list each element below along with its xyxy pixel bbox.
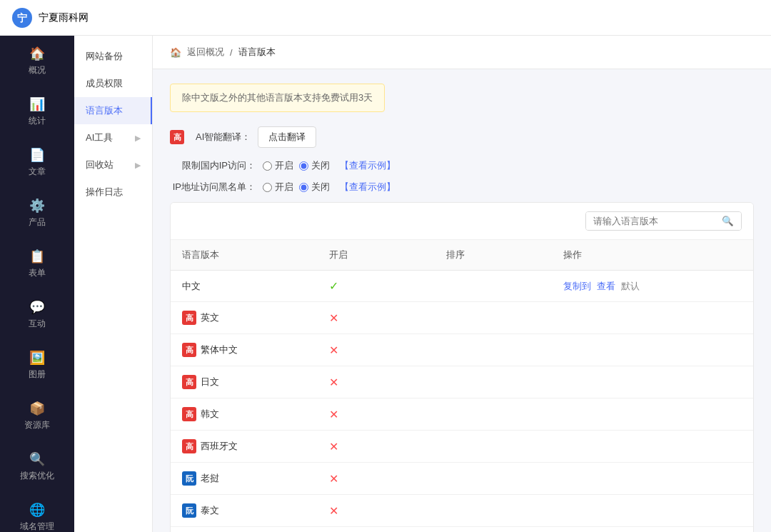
- sidebar-item-gallery[interactable]: 🖼️ 图册: [0, 340, 74, 391]
- cell-lang-4: 高韩文: [171, 398, 318, 431]
- search-icon: 🔍: [722, 216, 734, 226]
- cell-sort-5: [435, 431, 552, 463]
- inner-content: 除中文版之外的其他语言版本支持免费试用3天 高 AI智能翻译： 点击翻译 限制国…: [153, 69, 771, 532]
- cell-lang-6: 阮老挝: [171, 463, 318, 495]
- cell-action-5: [552, 431, 753, 463]
- breadcrumb-current: 语言版本: [238, 46, 276, 59]
- table-row: 阮泰文✕: [171, 495, 753, 527]
- sidebar-item-domain[interactable]: 🌐 域名管理: [0, 492, 74, 532]
- lang-name: 老挝: [201, 473, 219, 483]
- notice-text: 除中文版之外的其他语言版本支持免费试用3天: [182, 92, 373, 103]
- blacklist-ip-row: IP地址访问黑名单： 开启 关闭 【查看示例】: [170, 181, 754, 194]
- sidebar-label-stats: 统计: [29, 115, 46, 127]
- cell-enabled-5: ✕: [318, 431, 435, 463]
- default-tag: 默认: [621, 281, 640, 291]
- sub-sidebar-ai-tools[interactable]: AI工具 ▶: [74, 124, 152, 151]
- breadcrumb-back-link[interactable]: 返回概况: [187, 46, 224, 59]
- sidebar-item-stats[interactable]: 📊 统计: [0, 86, 74, 137]
- cross-icon: ✕: [329, 376, 338, 388]
- sidebar-item-interaction[interactable]: 💬 互动: [0, 289, 74, 340]
- check-icon: ✓: [329, 280, 338, 292]
- search-box[interactable]: 🔍: [585, 211, 742, 231]
- col-header-lang: 语言版本: [171, 240, 318, 271]
- search-input[interactable]: [586, 212, 715, 230]
- sub-sidebar-backup[interactable]: 网站备份: [74, 43, 152, 70]
- restrict-ip-row: 限制国内IP访问： 开启 关闭 【查看示例】: [170, 159, 754, 172]
- logo: 宁 宁夏雨科网: [11, 7, 89, 29]
- cell-action-2: [552, 334, 753, 366]
- restrict-ip-example[interactable]: 【查看示例】: [340, 159, 395, 172]
- blacklist-ip-options: 开启 关闭: [263, 181, 330, 194]
- lang-badge: 阮: [182, 503, 196, 518]
- cell-action-8: [552, 527, 753, 533]
- topbar: 宁 宁夏雨科网: [0, 0, 771, 36]
- cell-enabled-8: ✕: [318, 527, 435, 533]
- notice-box: 除中文版之外的其他语言版本支持免费试用3天: [170, 84, 385, 112]
- table-row: 高西班牙文✕: [171, 431, 753, 463]
- lang-name: 泰文: [201, 505, 219, 516]
- ai-translation-label: AI智能翻译：: [196, 131, 251, 144]
- cell-sort-7: [435, 495, 552, 527]
- sidebar-label-forms: 表单: [29, 267, 46, 279]
- cell-lang-2: 高繁体中文: [171, 334, 318, 366]
- svg-text:宁: 宁: [17, 12, 27, 24]
- table-row: 阮俄文✕: [171, 527, 753, 533]
- cell-enabled-4: ✕: [318, 398, 435, 431]
- cross-icon: ✕: [329, 505, 338, 517]
- lang-badge: 高: [182, 311, 196, 325]
- stats-icon: 📊: [29, 96, 45, 112]
- sub-sidebar-operation-log[interactable]: 操作日志: [74, 179, 152, 206]
- sub-sidebar: 网站备份 成员权限 语言版本 AI工具 ▶ 回收站 ▶ 操作日志: [74, 36, 153, 532]
- cell-enabled-1: ✕: [318, 302, 435, 334]
- ai-badge: 高: [170, 130, 184, 144]
- translate-button[interactable]: 点击翻译: [258, 126, 316, 148]
- home-icon: 🏠: [29, 46, 45, 61]
- cell-enabled-7: ✕: [318, 495, 435, 527]
- cell-lang-5: 高西班牙文: [171, 431, 318, 463]
- interaction-icon: 💬: [29, 299, 45, 315]
- table-row: 中文✓复制到查看默认: [171, 271, 753, 302]
- sidebar-item-articles[interactable]: 📄 文章: [0, 137, 74, 188]
- sub-sidebar-language[interactable]: 语言版本: [74, 97, 152, 124]
- sidebar: 🏠 概况 📊 统计 📄 文章 ⚙️ 产品 📋 表单 💬 互动 🖼️ 图册 📦: [0, 36, 74, 532]
- blacklist-ip-close[interactable]: 关闭: [299, 181, 330, 194]
- sidebar-label-articles: 文章: [29, 166, 46, 178]
- sidebar-item-resources[interactable]: 📦 资源库: [0, 391, 74, 441]
- restrict-ip-label: 限制国内IP访问：: [170, 159, 256, 172]
- cell-enabled-0: ✓: [318, 271, 435, 302]
- resources-icon: 📦: [29, 401, 45, 416]
- col-header-action: 操作: [552, 240, 753, 271]
- lang-name: 中文: [182, 281, 201, 291]
- action-查看[interactable]: 查看: [597, 281, 615, 291]
- lang-name: 韩文: [201, 408, 219, 419]
- sub-sidebar-trash[interactable]: 回收站 ▶: [74, 151, 152, 179]
- sidebar-label-overview: 概况: [29, 64, 46, 76]
- sub-sidebar-member[interactable]: 成员权限: [74, 70, 152, 97]
- blacklist-ip-example[interactable]: 【查看示例】: [340, 181, 395, 194]
- cell-sort-6: [435, 463, 552, 495]
- restrict-ip-close[interactable]: 关闭: [299, 159, 330, 172]
- cell-lang-8: 阮俄文: [171, 527, 318, 533]
- cell-sort-8: [435, 527, 552, 533]
- table-row: 高韩文✕: [171, 398, 753, 431]
- action-复制到[interactable]: 复制到: [563, 281, 591, 291]
- restrict-ip-open[interactable]: 开启: [263, 159, 293, 172]
- breadcrumb-home-icon: 🏠: [170, 47, 181, 58]
- language-table: 语言版本 开启 排序 操作 中文✓复制到查看默认高英文✕高繁体中文✕高日文✕高韩…: [171, 240, 753, 532]
- blacklist-ip-label: IP地址访问黑名单：: [170, 181, 256, 194]
- lang-badge: 高: [182, 407, 196, 421]
- search-button[interactable]: 🔍: [715, 212, 741, 230]
- lang-name: 英文: [201, 312, 219, 323]
- arrow-icon2: ▶: [135, 161, 141, 170]
- sidebar-item-products[interactable]: ⚙️ 产品: [0, 188, 74, 239]
- sidebar-item-overview[interactable]: 🏠 概况: [0, 36, 74, 86]
- logo-icon: 宁: [11, 7, 33, 29]
- sidebar-item-forms[interactable]: 📋 表单: [0, 239, 74, 289]
- sidebar-item-seo[interactable]: 🔍 搜索优化: [0, 441, 74, 492]
- table-row: 阮老挝✕: [171, 463, 753, 495]
- lang-badge: 阮: [182, 471, 196, 486]
- cell-action-1: [552, 302, 753, 334]
- blacklist-ip-open[interactable]: 开启: [263, 181, 293, 194]
- cell-action-3: [552, 366, 753, 398]
- table-row: 高繁体中文✕: [171, 334, 753, 366]
